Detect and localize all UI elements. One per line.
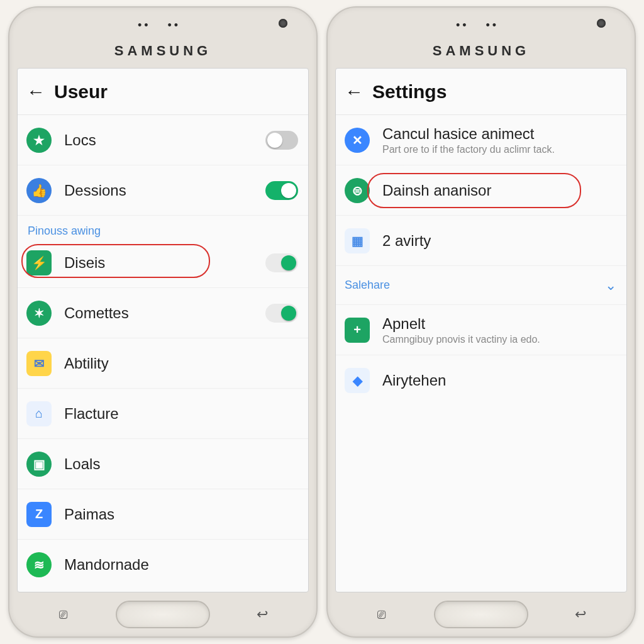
row-avirty[interactable]: ▦ 2 avirty [336,216,626,266]
row-cancul[interactable]: ✕ Cancul hasice animect Part ore to if t… [336,115,626,165]
row-diseis[interactable]: ⚡ Diseis [18,238,308,288]
speaker-dots: •• •• [456,19,499,32]
phone-left: •• •• SAMSUNG ← Useur ★ Locs 👍 Dessions … [8,6,318,638]
row-paimas[interactable]: Z Paimas [18,489,308,540]
row-mandornade[interactable]: ≋ Mandornade [18,540,308,590]
row-locs[interactable]: ★ Locs [18,115,308,165]
settings-list-right: ✕ Cancul hasice animect Part ore to if t… [336,115,626,592]
back-hw-button[interactable]: ↩ [563,606,598,623]
mail-icon: ✉ [26,351,52,376]
wave-icon: ≋ [26,552,52,577]
row-label: Apnelt [382,315,616,333]
back-hw-button[interactable]: ↩ [245,606,280,623]
cross-icon: ✶ [26,301,52,326]
phone-top-hardware: •• •• [9,8,316,43]
row-subtitle: Camngibuy pnovis it vactiny ia edo. [382,334,616,345]
row-flacture[interactable]: ⌂ Flacture [18,389,308,439]
page-title: Useur [54,81,108,103]
row-label: Abtility [64,355,298,372]
settings-list-left: ★ Locs 👍 Dessions Pinouss awing ⚡ Diseis… [18,115,308,592]
row-label: Paimas [64,506,298,523]
toggle-locs[interactable] [265,131,298,150]
row-label: Dainsh ananisor [382,182,616,199]
toggle-comettes[interactable] [265,304,298,323]
row-loals[interactable]: ▣ Loals [18,439,308,489]
phone-right: •• •• SAMSUNG ← Settings ✕ Cancul hasice… [326,6,636,638]
row-abtility[interactable]: ✉ Abtility [18,338,308,389]
close-icon: ✕ [345,128,370,153]
speaker-dots: •• •• [138,19,180,32]
toggle-diseis[interactable] [265,253,298,272]
toggle-dessions[interactable] [265,181,298,200]
row-label: Locs [64,131,265,149]
row-label: Loals [64,455,298,473]
bolt-icon: ⚡ [26,250,52,275]
z-icon: Z [26,502,52,527]
row-label: 2 avirty [382,232,616,250]
home-button[interactable] [116,601,210,628]
recent-apps-button[interactable]: ⎚ [46,606,81,623]
front-camera [597,19,606,28]
screen-left: ← Useur ★ Locs 👍 Dessions Pinouss awing … [17,68,309,592]
thumbs-up-icon: 👍 [26,178,52,203]
video-icon: ▣ [26,452,52,477]
row-label: Cancul hasice animect [382,125,616,143]
section-label: Salehare [345,279,605,292]
screen-right: ← Settings ✕ Cancul hasice animect Part … [335,68,627,592]
hardware-nav-left: ⎚ ↩ [9,592,316,636]
section-label: Pinouss awing [18,216,308,238]
row-label: Mandornade [64,556,298,574]
row-label: Flacture [64,405,298,423]
plus-icon: + [345,318,370,343]
home-button[interactable] [434,601,528,628]
front-camera [279,19,287,28]
chip-icon: ▦ [345,228,370,253]
hardware-nav-right: ⎚ ↩ [328,592,635,636]
row-label: Dessions [64,182,265,199]
row-apnelt[interactable]: + Apnelt Camngibuy pnovis it vactiny ia … [336,305,626,355]
row-dessions[interactable]: 👍 Dessions [18,165,308,216]
row-label: Diseis [64,254,265,272]
phone-brand: SAMSUNG [9,43,316,65]
gauge-icon: ⊜ [345,178,370,203]
shield-icon: ◆ [345,368,370,393]
row-label: Airytehen [382,372,616,389]
phone-top-hardware: •• •• [328,8,635,43]
back-button[interactable]: ← [26,81,54,103]
back-button[interactable]: ← [345,81,372,103]
page-title: Settings [372,81,447,103]
header-right: ← Settings [336,69,626,115]
star-icon: ★ [26,128,52,153]
row-airytehen[interactable]: ◆ Airytehen [336,355,626,406]
header-left: ← Useur [18,69,308,115]
section-salehare[interactable]: Salehare ⌄ [336,266,626,305]
row-comettes[interactable]: ✶ Comettes [18,288,308,338]
home-icon: ⌂ [26,401,52,426]
row-dainsh[interactable]: ⊜ Dainsh ananisor [336,165,626,216]
phone-brand: SAMSUNG [328,43,635,65]
chevron-down-icon: ⌄ [605,277,616,294]
row-label: Comettes [64,304,265,322]
recent-apps-button[interactable]: ⎚ [364,606,399,623]
row-subtitle: Part ore to if the factory du aclimr tac… [382,144,616,155]
